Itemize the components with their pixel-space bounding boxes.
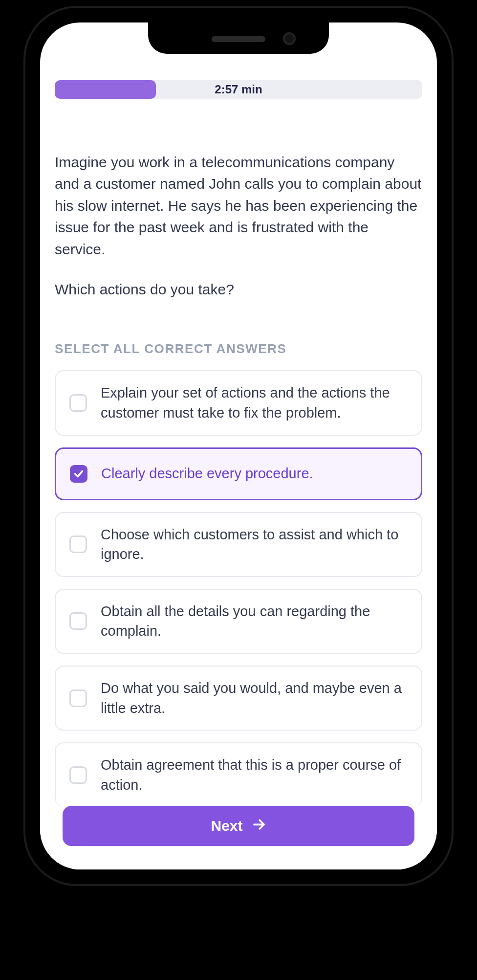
answer-option-label: Do what you said you would, and maybe ev…	[101, 678, 408, 718]
answer-options: Explain your set of actions and the acti…	[55, 370, 422, 807]
answer-option-label: Clearly describe every procedure.	[101, 464, 313, 484]
answer-option-label: Explain your set of actions and the acti…	[101, 383, 408, 423]
footer-bar: Next	[40, 796, 437, 869]
answer-option[interactable]: Explain your set of actions and the acti…	[55, 370, 422, 435]
checkbox-unchecked-icon	[69, 535, 87, 553]
question-scenario: Imagine you work in a telecommunications…	[55, 152, 422, 260]
question-prompt: Which actions do you take?	[55, 279, 422, 300]
timer-label: 2:57 min	[55, 80, 422, 99]
checkbox-checked-icon	[70, 465, 87, 483]
checkbox-unchecked-icon	[69, 690, 87, 707]
answer-option[interactable]: Do what you said you would, and maybe ev…	[55, 666, 422, 731]
next-button[interactable]: Next	[63, 806, 414, 846]
answer-option-label: Choose which customers to assist and whi…	[101, 525, 408, 564]
speaker-slot	[212, 36, 265, 42]
phone-notch	[148, 22, 329, 54]
checkbox-unchecked-icon	[69, 766, 87, 784]
answer-option-label: Obtain agreement that this is a proper c…	[101, 755, 408, 795]
checkbox-unchecked-icon	[69, 612, 87, 630]
phone-frame: 2:57 min Imagine you work in a telecommu…	[23, 6, 454, 886]
progress-track: 2:57 min	[55, 80, 422, 99]
phone-screen: 2:57 min Imagine you work in a telecommu…	[40, 22, 437, 869]
answer-option[interactable]: Choose which customers to assist and whi…	[55, 512, 422, 577]
next-button-label: Next	[211, 818, 242, 834]
app-content: 2:57 min Imagine you work in a telecommu…	[40, 22, 437, 869]
arrow-right-icon	[252, 817, 266, 835]
answer-instructions: SELECT ALL CORRECT ANSWERS	[55, 341, 422, 356]
answer-option[interactable]: Obtain all the details you can regarding…	[55, 589, 422, 654]
question-body: Imagine you work in a telecommunications…	[55, 152, 422, 300]
answer-option-label: Obtain all the details you can regarding…	[101, 601, 408, 641]
front-camera	[283, 32, 296, 45]
question-scroll[interactable]: Imagine you work in a telecommunications…	[40, 124, 437, 869]
progress-bar: 2:57 min	[55, 80, 422, 99]
checkbox-unchecked-icon	[69, 394, 87, 412]
answer-option[interactable]: Clearly describe every procedure.	[55, 447, 422, 500]
